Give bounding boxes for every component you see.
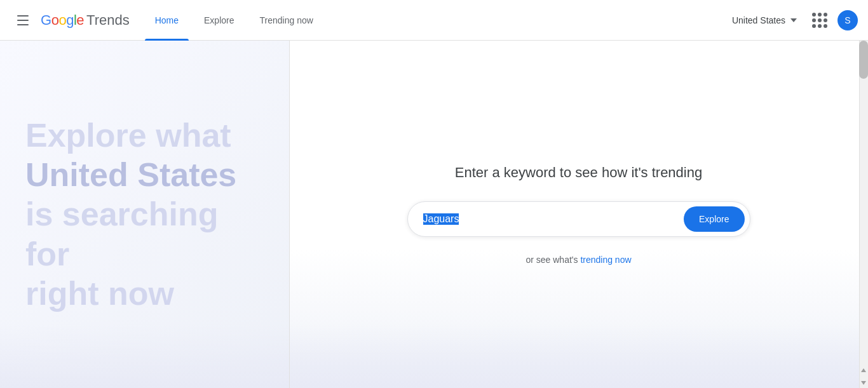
logo-google-text: Google bbox=[41, 12, 84, 29]
bg-text-line1: Explore what bbox=[25, 116, 264, 155]
background-text: Explore what United States is searching … bbox=[0, 90, 289, 339]
explore-button[interactable]: Explore bbox=[684, 206, 744, 232]
search-input[interactable] bbox=[423, 213, 684, 225]
chevron-down-icon bbox=[790, 18, 797, 22]
main-nav: Home Explore Trending now bbox=[145, 0, 727, 41]
right-section: Enter a keyword to see how it's trending… bbox=[289, 41, 868, 388]
nav-trending-now[interactable]: Trending now bbox=[250, 0, 323, 41]
apps-icon bbox=[812, 13, 827, 28]
arrow-up-icon bbox=[861, 368, 866, 372]
search-container: Explore bbox=[407, 201, 750, 237]
apps-button[interactable] bbox=[807, 8, 832, 33]
bg-text-line3: is searching for bbox=[25, 194, 264, 274]
left-section: Explore what United States is searching … bbox=[0, 41, 289, 388]
country-label: United States bbox=[732, 15, 785, 25]
trending-prefix: or see what's bbox=[526, 255, 580, 265]
logo-link[interactable]: Google Trends bbox=[41, 12, 130, 29]
section-divider bbox=[289, 41, 290, 388]
header-right: United States S bbox=[727, 8, 858, 33]
scrollbar[interactable] bbox=[859, 0, 868, 388]
explore-title: Enter a keyword to see how it's trending bbox=[455, 164, 702, 181]
bg-text-line4: right now bbox=[25, 274, 264, 313]
scrollbar-arrow-down[interactable] bbox=[859, 378, 868, 388]
country-selector[interactable]: United States bbox=[727, 10, 802, 30]
main-content: Explore what United States is searching … bbox=[0, 41, 868, 388]
scrollbar-thumb[interactable] bbox=[859, 41, 868, 79]
bg-text-line2: United States bbox=[25, 155, 264, 194]
scrollbar-arrow-up[interactable] bbox=[859, 365, 868, 375]
trending-text: or see what's trending now bbox=[526, 255, 631, 265]
header: Google Trends Home Explore Trending now … bbox=[0, 0, 868, 41]
trending-now-link[interactable]: trending now bbox=[580, 255, 631, 265]
nav-explore[interactable]: Explore bbox=[194, 0, 244, 41]
menu-button[interactable] bbox=[10, 8, 36, 33]
menu-icon bbox=[17, 15, 29, 25]
nav-home[interactable]: Home bbox=[145, 0, 189, 41]
arrow-down-icon bbox=[861, 381, 866, 385]
logo-trends-text: Trends bbox=[86, 12, 130, 29]
avatar[interactable]: S bbox=[837, 10, 858, 30]
